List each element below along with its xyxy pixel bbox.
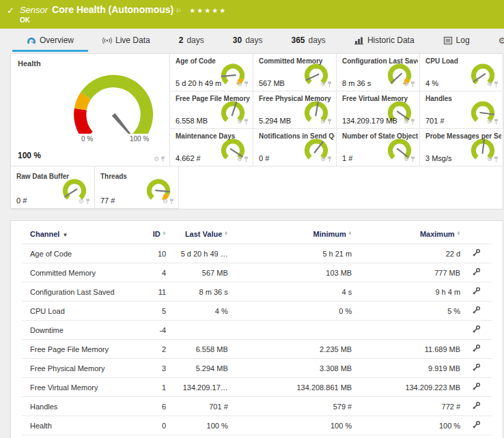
channel-row-committed-memory[interactable]: Committed Memory4567 MB103 MB777 MB [22,263,492,282]
health-scale-max: 100 % [130,135,149,143]
tab-overview[interactable]: Overview [12,31,88,52]
gauge-settings-gear-icon[interactable]: ⚙ [320,156,326,162]
channel-settings-icon[interactable] [472,363,481,372]
channel-settings-icon[interactable] [472,382,481,391]
sensor-kind-label: Sensor [20,5,48,15]
gauge-title: Configuration Last Saved [342,57,418,65]
gauge-title: CPU Load [425,57,501,65]
channel-settings-icon[interactable] [472,325,481,334]
channel-row-downtime[interactable]: Downtime-4 [22,321,492,340]
channel-last-value: 8 m 36 s [166,282,228,302]
gauge-value: 77 # [100,196,115,205]
column-header-id[interactable]: ID▲▼ [136,224,166,244]
column-header-maximum[interactable]: Maximum▲▼ [352,224,460,244]
gauge-tile-free-physical-memory: Free Physical Memory5.294 MB⚙ [253,91,336,129]
tab-live-data[interactable]: Live Data [88,31,165,52]
gauge-title: Threads [100,173,177,180]
channel-row-free-physical-memory[interactable]: Free Physical Memory35.294 MB3.308 MB9.9… [22,359,492,378]
channel-row-maintenance-days[interactable]: Maintenance Days94.662 #4.662 #4.698 # [22,435,492,438]
gauge-value: 5 d 20 h 49 m [176,79,221,87]
gauge-settings-gear-icon[interactable]: ⚙ [237,156,242,162]
tab-365-days[interactable]: 365days [277,31,339,52]
gauge-value: 4 % [425,79,438,87]
gauge-pin-icon[interactable] [160,156,165,162]
gauge-settings-gear-icon[interactable]: ⚙ [154,156,159,162]
channel-minimum: 5 h 21 m [228,244,352,263]
gauge-pin-icon[interactable] [494,156,499,162]
gauge-settings-gear-icon[interactable]: ⚙ [320,119,326,125]
channel-actions-cell [460,435,492,438]
gauge-pin-icon[interactable] [244,119,249,125]
channel-row-health[interactable]: Health0100 %100 %100 % [22,416,492,435]
column-header-minimum[interactable]: Minimum▲▼ [228,224,352,244]
gauge-pin-icon[interactable] [244,156,249,162]
health-scale-min: 0 % [81,135,93,143]
health-gauge-tile: Health x 0 % 100 % 100 % ⚙ [11,54,169,166]
channel-row-configuration-last-saved[interactable]: Configuration Last Saved118 m 36 s4 s9 h… [22,282,492,302]
gauge-tile-probe-messages-per-second: Probe Messages per Second3 Msg/s⚙ [419,129,503,166]
channel-row-age-of-code[interactable]: Age of Code105 d 20 h 49 …5 h 21 m22 d [22,244,492,263]
gauge-settings-gear-icon[interactable]: ⚙ [404,81,409,87]
column-header-channel[interactable]: Channel▼ [22,224,136,244]
channel-id: 11 [136,282,166,302]
channel-settings-icon[interactable] [472,401,481,410]
gauge-pin-icon[interactable] [169,199,174,205]
channel-settings-icon[interactable] [472,248,481,257]
tab-2-days[interactable]: 2days [165,31,219,52]
channel-id: 4 [136,263,166,282]
channel-last-value: 5 d 20 h 49 … [166,244,228,263]
gauge-settings-gear-icon[interactable]: ⚙ [237,119,242,125]
column-header-last-value[interactable]: Last Value▲▼ [166,224,228,244]
channel-id: 5 [136,302,166,321]
channel-row-free-virtual-memory[interactable]: Free Virtual Memory1134.209.17…134.208.8… [22,378,492,397]
tab-settings[interactable]: ⚙Settings [484,31,504,52]
gauge-pin-icon[interactable] [327,119,332,125]
gauge-title: Committed Memory [259,57,335,65]
gauge-pin-icon[interactable] [494,119,499,125]
gauge-pin-icon[interactable] [85,199,90,205]
channel-name: Maintenance Days [22,435,136,438]
priority-stars[interactable]: ★★★★★ [189,7,227,14]
sort-icon: ▲▼ [224,231,227,235]
gauge-pin-icon[interactable] [410,81,415,87]
gauge-settings-gear-icon[interactable]: ⚙ [163,199,168,205]
channel-id: 6 [136,397,166,416]
channel-actions-cell [460,340,492,359]
channel-settings-icon[interactable] [472,287,481,295]
gauge-pin-icon[interactable] [494,81,499,87]
gauge-settings-gear-icon[interactable]: ⚙ [237,81,242,87]
channel-maximum: 5 % [352,302,460,321]
gauge-pin-icon[interactable] [410,119,415,125]
channel-settings-icon[interactable] [472,420,481,429]
tab-log[interactable]: Log [429,31,484,52]
gauge-settings-gear-icon[interactable]: ⚙ [487,156,492,162]
gauge-settings-gear-icon[interactable]: ⚙ [487,119,492,125]
gauge-pin-icon[interactable] [410,156,415,162]
tab-label: Log [456,35,470,45]
gauge-settings-gear-icon[interactable]: ⚙ [487,81,492,87]
tab-label: days [309,35,326,45]
channel-settings-icon[interactable] [472,267,481,276]
channel-row-cpu-load[interactable]: CPU Load54 %0 %5 % [22,302,492,321]
channel-last-value: 567 MB [166,263,228,282]
flag-icon[interactable]: ⚐ [176,8,181,14]
tab-number: 365 [291,35,305,45]
channel-row-free-page-file-memory[interactable]: Free Page File Memory26.558 MB2.235 MB11… [22,340,492,359]
tab-historic-data[interactable]: Historic Data [340,31,429,52]
channel-settings-icon[interactable] [472,306,481,315]
gauge-pin-icon[interactable] [327,156,332,162]
channel-minimum: 4.662 # [228,435,352,438]
gauge-settings-gear-icon[interactable]: ⚙ [320,81,326,87]
gauge-settings-gear-icon[interactable]: ⚙ [404,119,409,125]
gauge-pin-icon[interactable] [244,81,249,87]
channel-actions-cell [460,359,492,378]
sort-icon: ▲▼ [163,231,166,235]
sensor-title: Core Health (Autonomous) [52,4,173,15]
channel-settings-icon[interactable] [472,344,481,353]
gauge-value: 567 MB [259,79,285,87]
tab-30-days[interactable]: 30days [219,31,277,52]
gauge-settings-gear-icon[interactable]: ⚙ [404,156,409,162]
channel-row-handles[interactable]: Handles6701 #579 #772 # [22,397,492,416]
gauge-pin-icon[interactable] [327,81,332,87]
gauge-settings-gear-icon[interactable]: ⚙ [79,199,84,205]
